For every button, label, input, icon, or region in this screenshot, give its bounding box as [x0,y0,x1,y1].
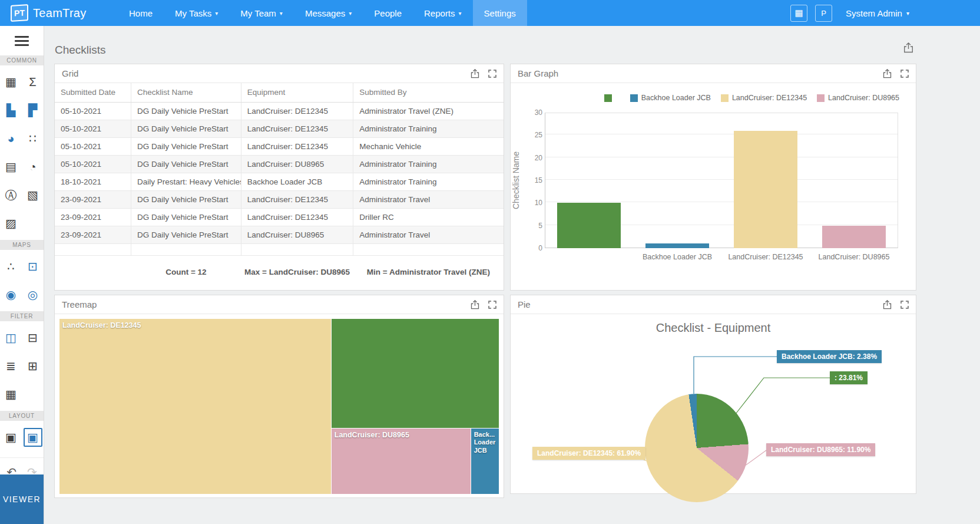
table-row[interactable]: 18-10-2021Daily Prestart: Heavy Vehicles… [55,173,504,190]
nav-item-people[interactable]: People [363,0,413,26]
export-icon[interactable] [883,69,892,78]
page-title: Checklists [55,44,106,57]
table-row[interactable]: 23-09-2021DG Daily Vehicle PreStartLandC… [55,208,504,226]
table-cell: LandCruiser: DU8965 [241,155,353,173]
legend-label: LandCruiser: DE12345 [732,94,807,102]
bubble-map-widget-icon: ◉ [6,288,16,302]
table-row[interactable]: 23-09-2021DG Daily Vehicle PreStartLandC… [55,190,504,208]
export-icon[interactable] [883,300,892,309]
table-cell: LandCruiser: DE12345 [241,137,353,155]
text-widget[interactable]: Ⓐ [0,181,22,209]
bar-chart-widget[interactable]: ▙ [0,96,22,124]
brand-name: TeamTray [33,6,87,20]
hamburger-menu-button[interactable] [0,26,44,55]
table-row[interactable]: 05-10-2021DG Daily Vehicle PreStartLandC… [55,137,504,155]
date-filter-widget[interactable]: ▦ [0,380,22,408]
pie-graphic[interactable] [645,394,749,502]
cluster-map-widget[interactable]: ◎ [22,281,44,309]
viewer-button[interactable]: VIEWER [0,474,44,524]
scatter-widget[interactable]: ∷ [22,124,44,153]
dot-map-widget[interactable]: ∴ [0,252,22,281]
nav-item-my-tasks[interactable]: My Tasks▾ [164,0,229,26]
nav-item-home[interactable]: Home [118,0,164,26]
pie-panel-title: Pie [518,299,531,309]
export-icon[interactable] [471,69,479,78]
popup-filter-widget[interactable]: ⊞ [22,352,44,380]
legend-item-landcruiser-du8965[interactable]: LandCruiser: DU8965 [817,94,899,102]
combo-filter-widget[interactable]: ⊟ [22,324,44,352]
table-row[interactable]: 05-10-2021DG Daily Vehicle PreStartLandC… [55,155,504,173]
table-cell: LandCruiser: DE12345 [241,102,353,120]
grid-widget[interactable]: ▦ [0,68,22,96]
shape-map-widget[interactable]: ⊡ [22,252,44,281]
sum-widget[interactable]: Σ [22,68,44,96]
range-filter-widget-icon: ◫ [5,331,16,345]
image-export-widget[interactable]: ▨ [0,209,22,238]
page-export-button[interactable] [903,42,913,55]
chevron-down-icon: ▾ [349,10,352,17]
list-filter-widget[interactable]: ≣ [0,352,22,380]
bar-backhoe-loader-jcb[interactable] [645,243,709,248]
group-layout-widget[interactable]: ▣ [22,423,44,452]
range-filter-widget[interactable]: ◫ [0,324,22,352]
table-cell: 23-09-2021 [55,208,131,226]
bubble-map-widget[interactable]: ◉ [0,281,22,309]
gauge-widget[interactable]: ◔ [22,153,44,181]
column-header-equipment[interactable]: Equipment [241,83,353,102]
legend-item-backhoe-loader-jcb[interactable]: Backhoe Loader JCB [630,94,711,102]
column-header-submitted-date[interactable]: Submitted Date [55,83,131,102]
table-row[interactable]: 05-10-2021DG Daily Vehicle PreStartLandC… [55,120,504,137]
bar-landcruiser-du8965[interactable] [822,226,886,248]
legend-label: LandCruiser: DU8965 [828,94,899,102]
maximize-icon[interactable] [488,70,496,78]
table-cell: Administrator Training [353,173,504,190]
treemap-cell-blank[interactable] [332,319,499,429]
maximize-icon[interactable] [488,301,496,309]
treemap-cell-landcruiser-de12345[interactable]: LandCruiser: DE12345 [59,319,332,494]
pie-callout-backhoe-loader-jcb[interactable]: Backhoe Loader JCB: 2.38% [777,350,882,363]
treemap-cell-landcruiser-du8965[interactable]: LandCruiser: DU8965 [332,429,471,494]
nav-item-settings[interactable]: Settings [473,0,527,26]
combo-filter-widget-icon: ⊟ [28,331,38,345]
nav-items: HomeMy Tasks▾My Team▾Messages▾PeopleRepo… [118,0,527,26]
app-logo-icon: PT [11,4,28,22]
checklist-table: Submitted DateChecklist NameEquipmentSub… [55,83,504,256]
nav-item-my-team[interactable]: My Team▾ [229,0,294,26]
pie-callout-blank[interactable]: : 23.81% [830,371,868,384]
table-row[interactable]: 05-10-2021DG Daily Vehicle PreStartLandC… [55,102,504,120]
table-row[interactable]: 23-09-2021DG Daily Vehicle PreStartLandC… [55,226,504,243]
treemap-panel: Treemap LandCruiser: DE12345LandCruiser:… [54,295,504,498]
maximize-icon[interactable] [900,301,909,309]
legend-item-blank[interactable] [604,94,620,102]
pie-callout-landcruiser-du8965[interactable]: LandCruiser: DU8965: 11.90% [766,443,875,456]
bar-blank[interactable] [557,203,621,248]
tab-layout-widget[interactable]: ▣ [0,423,22,452]
pie-callout-landcruiser-de12345[interactable]: LandCruiser: DE12345: 61.90% [532,447,645,460]
chevron-down-icon: ▾ [459,10,462,17]
card-widget[interactable]: ▤ [0,153,22,181]
summary-min: Min = Administrator Travel (ZNE) [353,268,504,276]
table-cell: DG Daily Vehicle PreStart [131,208,241,226]
y-tick-label: 0 [522,244,542,252]
table-cell: DG Daily Vehicle PreStart [131,120,241,137]
profile-button[interactable]: P [815,5,832,22]
image-widget[interactable]: ▧ [22,181,44,209]
column-header-checklist-name[interactable]: Checklist Name [131,83,241,102]
bar-landcruiser-de12345[interactable] [734,131,797,248]
nav-item-messages[interactable]: Messages▾ [294,0,363,26]
table-cell: Administrator Training [353,155,504,173]
user-menu[interactable]: System Admin ▾ [846,8,909,18]
x-axis-labels: Backhoe Loader JCBLandCruiser: DE12345La… [545,253,898,261]
pie-chart-widget[interactable]: ◕ [0,124,22,153]
table-cell: 05-10-2021 [55,137,131,155]
apps-grid-button[interactable]: ▦ [790,5,807,22]
treemap-widget[interactable]: ▛ [22,96,44,124]
nav-item-reports[interactable]: Reports▾ [413,0,473,26]
treemap-cell-back-loader-jcb[interactable]: Back... Loader JCB [471,429,499,494]
pie-chart-widget-icon: ◕ [7,132,14,146]
legend-item-landcruiser-de12345[interactable]: LandCruiser: DE12345 [721,94,807,102]
grid-panel-header: Grid [55,64,504,83]
maximize-icon[interactable] [900,70,909,78]
export-icon[interactable] [471,300,479,309]
column-header-submitted-by[interactable]: Submitted By [353,83,504,102]
